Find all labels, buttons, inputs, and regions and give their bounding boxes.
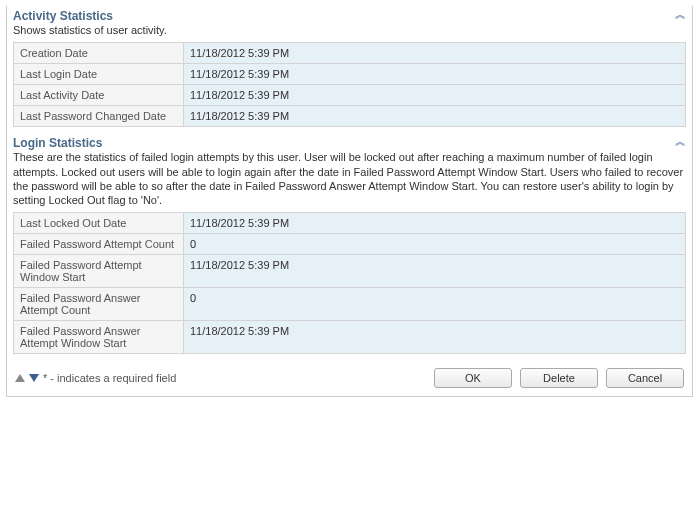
table-row: Last Activity Date11/18/2012 5:39 PM [14, 85, 686, 106]
table-row: Creation Date11/18/2012 5:39 PM [14, 43, 686, 64]
table-row: Last Locked Out Date11/18/2012 5:39 PM [14, 213, 686, 234]
row-value: 11/18/2012 5:39 PM [184, 321, 686, 354]
row-label: Failed Password Attempt Count [14, 234, 184, 255]
ok-button[interactable]: OK [434, 368, 512, 388]
table-row: Failed Password Answer Attempt Count0 [14, 288, 686, 321]
login-section-header: Login Statistics ︽ [13, 135, 686, 150]
arrow-up-icon[interactable] [15, 374, 25, 382]
footer-buttons: OK Delete Cancel [434, 368, 684, 388]
footer-left: * - indicates a required field [15, 372, 176, 384]
collapse-icon[interactable]: ︽ [675, 9, 686, 20]
row-value: 11/18/2012 5:39 PM [184, 85, 686, 106]
login-title: Login Statistics [13, 136, 102, 150]
row-label: Failed Password Attempt Window Start [14, 255, 184, 288]
row-label: Last Login Date [14, 64, 184, 85]
table-row: Failed Password Answer Attempt Window St… [14, 321, 686, 354]
collapse-icon[interactable]: ︽ [675, 136, 686, 147]
arrow-down-icon[interactable] [29, 374, 39, 382]
row-value: 11/18/2012 5:39 PM [184, 64, 686, 85]
table-row: Failed Password Attempt Count0 [14, 234, 686, 255]
row-value: 11/18/2012 5:39 PM [184, 255, 686, 288]
activity-desc: Shows statistics of user activity. [13, 23, 686, 37]
row-value: 0 [184, 288, 686, 321]
footer: * - indicates a required field OK Delete… [13, 362, 686, 390]
panel-container: Activity Statistics ︽ Shows statistics o… [6, 6, 693, 397]
login-desc: These are the statistics of failed login… [13, 150, 686, 207]
row-value: 11/18/2012 5:39 PM [184, 213, 686, 234]
row-label: Failed Password Answer Attempt Window St… [14, 321, 184, 354]
row-label: Creation Date [14, 43, 184, 64]
row-value: 11/18/2012 5:39 PM [184, 43, 686, 64]
cancel-button[interactable]: Cancel [606, 368, 684, 388]
login-table: Last Locked Out Date11/18/2012 5:39 PM F… [13, 212, 686, 354]
delete-button[interactable]: Delete [520, 368, 598, 388]
row-label: Last Locked Out Date [14, 213, 184, 234]
table-row: Last Password Changed Date11/18/2012 5:3… [14, 106, 686, 127]
activity-table: Creation Date11/18/2012 5:39 PM Last Log… [13, 42, 686, 127]
activity-title: Activity Statistics [13, 9, 113, 23]
table-row: Last Login Date11/18/2012 5:39 PM [14, 64, 686, 85]
row-value: 0 [184, 234, 686, 255]
row-label: Last Activity Date [14, 85, 184, 106]
required-hint: * - indicates a required field [43, 372, 176, 384]
row-value: 11/18/2012 5:39 PM [184, 106, 686, 127]
table-row: Failed Password Attempt Window Start11/1… [14, 255, 686, 288]
activity-section-header: Activity Statistics ︽ [13, 8, 686, 23]
row-label: Last Password Changed Date [14, 106, 184, 127]
row-label: Failed Password Answer Attempt Count [14, 288, 184, 321]
